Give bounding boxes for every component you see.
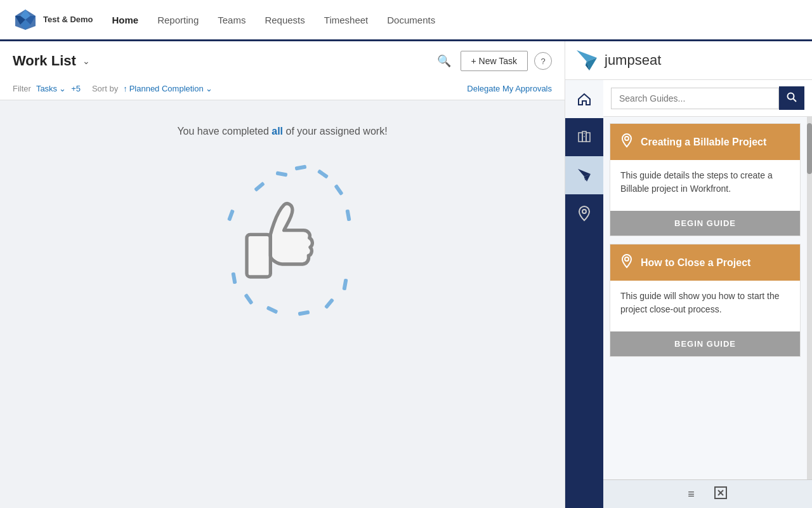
guide-card-1-body: This guide details the steps to create a… xyxy=(610,160,800,211)
search-input[interactable] xyxy=(611,88,779,109)
nav-links: Home Reporting Teams Requests Timesheet … xyxy=(112,15,436,25)
sidebar-location-icon[interactable] xyxy=(565,194,603,232)
sort-chevron-icon: ⌄ xyxy=(206,84,213,93)
filter-label: Filter xyxy=(13,84,31,93)
guide-card-1: Creating a Billable Project This guide d… xyxy=(610,123,801,236)
nav-teams[interactable]: Teams xyxy=(218,15,246,25)
jumpseat-header: jumpseat xyxy=(565,41,812,80)
scroll-indicator[interactable] xyxy=(807,117,812,479)
logo-area: Test & Demo xyxy=(13,7,93,32)
search-icon xyxy=(787,92,797,102)
guide-card-2-header: How to Close a Project xyxy=(610,244,800,281)
top-navigation: Test & Demo Home Reporting Teams Request… xyxy=(0,0,812,41)
new-task-button[interactable]: + New Task xyxy=(461,51,528,71)
nav-timesheet[interactable]: Timesheet xyxy=(324,15,368,25)
scroll-thumb xyxy=(807,123,812,174)
thumbs-up-illustration xyxy=(193,150,371,328)
filter-row: Filter Tasks ⌄ +5 Sort by ↑ Planned Comp… xyxy=(13,79,552,100)
filter-chip[interactable]: Tasks ⌄ xyxy=(36,84,66,93)
svg-point-20 xyxy=(625,257,629,261)
jumpseat-logo-icon xyxy=(575,49,598,72)
right-body: Creating a Billable Project This guide d… xyxy=(565,80,812,508)
filter-count-chip[interactable]: +5 xyxy=(71,84,81,93)
guide-card-2-title: How to Close a Project xyxy=(641,257,750,269)
sidebar-icons xyxy=(565,80,603,508)
sort-value[interactable]: ↑ Planned Completion ⌄ xyxy=(123,84,213,93)
svg-line-18 xyxy=(794,99,797,102)
guide-card-2: How to Close a Project This guide will s… xyxy=(610,244,801,357)
guides-list: Creating a Billable Project This guide d… xyxy=(603,117,807,479)
svg-point-19 xyxy=(625,137,629,140)
nav-reporting[interactable]: Reporting xyxy=(157,15,199,25)
svg-rect-5 xyxy=(247,234,270,277)
guide-pin-icon-2 xyxy=(620,253,633,272)
nav-home[interactable]: Home xyxy=(112,15,139,25)
svg-point-16 xyxy=(582,210,586,213)
sort-arrow-icon: ↑ xyxy=(123,84,128,93)
sidebar-map-icon[interactable] xyxy=(565,118,603,156)
close-icon xyxy=(714,486,728,500)
nav-documents[interactable]: Documents xyxy=(387,15,435,25)
completed-message: You have completed all of your assigned … xyxy=(13,126,552,137)
logo-icon xyxy=(13,7,38,32)
menu-button[interactable]: ≡ xyxy=(684,485,698,504)
svg-rect-10 xyxy=(579,133,582,142)
guide-pin-icon-1 xyxy=(620,133,633,151)
help-button[interactable]: ? xyxy=(534,52,552,70)
worklist-body: You have completed all of your assigned … xyxy=(0,100,565,353)
search-button[interactable] xyxy=(779,86,804,110)
close-button[interactable] xyxy=(710,483,731,506)
left-panel: Work List ⌄ 🔍 + New Task ? Filter Tasks … xyxy=(0,41,565,508)
guide-card-1-header: Creating a Billable Project xyxy=(610,124,800,160)
worklist-chevron-icon[interactable]: ⌄ xyxy=(82,56,90,66)
guide-card-2-body: This guide will show you how to start th… xyxy=(610,281,800,331)
sort-label: Sort by xyxy=(92,84,118,93)
guides-panel: Creating a Billable Project This guide d… xyxy=(603,80,812,508)
jumpseat-bottom-bar: ≡ xyxy=(603,479,812,508)
svg-rect-12 xyxy=(586,133,590,142)
main-area: Work List ⌄ 🔍 + New Task ? Filter Tasks … xyxy=(0,41,812,508)
worklist-actions: 🔍 + New Task ? xyxy=(434,51,553,71)
logo-text: Test & Demo xyxy=(43,15,93,25)
svg-point-17 xyxy=(788,93,794,100)
thumbs-up-icon xyxy=(232,188,333,290)
guide-begin-button-2[interactable]: BEGIN GUIDE xyxy=(610,331,800,356)
search-button[interactable]: 🔍 xyxy=(434,51,454,71)
nav-requests[interactable]: Requests xyxy=(265,15,304,25)
worklist-title: Work List xyxy=(13,53,76,69)
worklist-header: Work List ⌄ 🔍 + New Task ? Filter Tasks … xyxy=(0,41,565,100)
right-panel: jumpseat xyxy=(565,41,812,508)
sidebar-paperplane-icon[interactable] xyxy=(565,156,603,194)
worklist-title-row: Work List ⌄ 🔍 + New Task ? xyxy=(13,51,552,71)
sidebar-home-icon[interactable] xyxy=(565,80,603,118)
guides-search-area xyxy=(603,80,812,117)
guide-card-1-title: Creating a Billable Project xyxy=(641,137,766,148)
delegate-approvals-button[interactable]: Delegate My Approvals xyxy=(467,84,552,93)
guide-begin-button-1[interactable]: BEGIN GUIDE xyxy=(610,211,800,236)
jumpseat-title: jumpseat xyxy=(605,52,661,69)
